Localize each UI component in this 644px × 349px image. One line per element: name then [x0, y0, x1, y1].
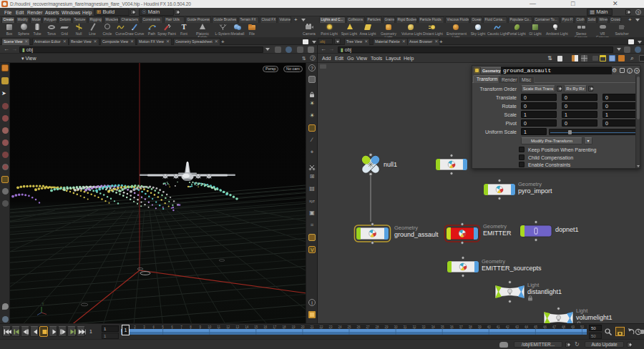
svg-text:ground_assault: ground_assault — [394, 231, 439, 238]
svg-text:distantlight1: distantlight1 — [527, 288, 562, 295]
svg-text:EMITTER_sourcepts: EMITTER_sourcepts — [482, 265, 542, 272]
svg-text:dopnet1: dopnet1 — [555, 226, 579, 233]
svg-text:volumelight1: volumelight1 — [576, 314, 613, 321]
svg-text:Y: Y — [42, 303, 44, 306]
svg-text:EMITTER: EMITTER — [483, 230, 512, 237]
svg-text:pyro_import: pyro_import — [518, 187, 552, 195]
svg-text:null1: null1 — [384, 161, 397, 168]
